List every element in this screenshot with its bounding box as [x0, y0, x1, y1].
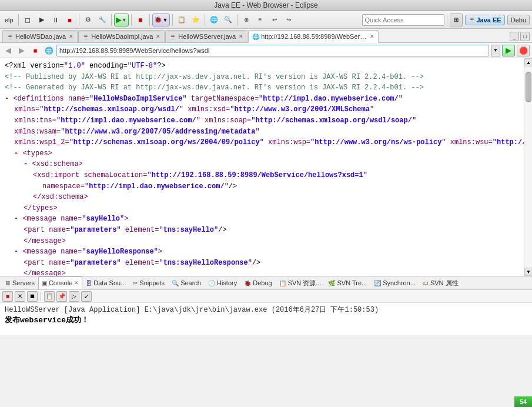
toolbar-btn-1[interactable]: ⚙	[82, 14, 95, 26]
tab1-close[interactable]: ✕	[156, 34, 160, 39]
console-clear-btn[interactable]: ✕	[15, 291, 25, 302]
scroll-thumb[interactable]	[526, 72, 531, 102]
tab1-icon: ☕	[82, 34, 89, 40]
scrollbar-y[interactable]: ▲ ▼	[524, 58, 532, 276]
file-tab-3[interactable]: 🌐 http://192.168.88.59:8989/WebService/h…	[248, 30, 379, 43]
help-menu[interactable]: elp	[2, 16, 16, 24]
bottom-tab-sync[interactable]: 🔄 Synchron...	[370, 276, 419, 289]
bottom-tab-data[interactable]: 🗄 Data Sou...	[82, 276, 129, 289]
xml-line-part2: <part name="parameters" element="tns:say…	[5, 258, 519, 269]
perspective-icon-btn[interactable]: ⊞	[450, 14, 463, 26]
title-text: Java EE - Web Browser - Eclipse	[214, 1, 318, 9]
toolbar-btn-9[interactable]: ≡	[254, 14, 267, 26]
url-bar[interactable]	[56, 45, 489, 56]
scroll-track	[524, 66, 532, 268]
editor-minimize-btn[interactable]: _	[510, 32, 519, 41]
toolbar-btn-stop[interactable]: ■	[63, 14, 76, 26]
console-btn4[interactable]: 📋	[44, 291, 55, 302]
xml-line-types1: - <types>	[5, 148, 519, 159]
toolbar-btn-5[interactable]: ⭐	[189, 14, 202, 26]
tab2-close[interactable]: ✕	[239, 34, 243, 39]
java-ee-label: Java EE	[477, 16, 501, 24]
quick-access-input[interactable]	[362, 14, 444, 26]
browser-toolbar: ◀ ▶ ■ 🌐 ▼ ▶ 🛑	[0, 43, 532, 58]
snippets-icon: ✂	[133, 280, 138, 286]
toolbar-sep7	[205, 14, 205, 26]
svn3-label: SVN 属性	[430, 279, 459, 288]
console-btn3[interactable]: ⏹	[27, 291, 38, 302]
tab3-label: http://192.168.88.59:8989/WebService/hel…	[261, 33, 367, 40]
bottom-tab-svn3[interactable]: 🏷 SVN 属性	[419, 276, 462, 289]
back-btn[interactable]: ◀	[2, 45, 14, 56]
toolbar-btn-11[interactable]: ↪	[282, 14, 295, 26]
run-green-btn[interactable]: ▶ ▼	[114, 14, 129, 26]
bottom-tab-svn2[interactable]: 🌿 SVN Tre...	[324, 276, 370, 289]
xml-line-pi: <?xml version="1.0" encoding="UTF-8"?>	[5, 61, 519, 72]
console-btn6[interactable]: ▷	[69, 291, 79, 302]
toolbar-btn-run[interactable]: ▶	[35, 14, 48, 26]
search-label: Search	[180, 279, 201, 286]
java-ee-icon: ☕	[469, 16, 476, 23]
toolbar-btn-4[interactable]: 📋	[175, 14, 188, 26]
debug-label: Debu	[511, 16, 526, 24]
bottom-tab-history[interactable]: 🕐 History	[205, 276, 240, 289]
debug-label: Debug	[253, 279, 272, 286]
toolbar-sep2	[79, 14, 79, 26]
tab3-close[interactable]: ✕	[370, 34, 374, 39]
bottom-tab-servers[interactable]: 🖥 Servers	[1, 276, 38, 289]
toolbar-btn-3[interactable]: ■	[134, 14, 147, 26]
toolbar-sep4	[131, 14, 132, 26]
xml-line-msg1-close: </message>	[5, 236, 519, 247]
history-label: History	[217, 279, 237, 286]
toolbar-btn-debug[interactable]: 🐞▼	[152, 14, 170, 26]
forward-btn[interactable]: ▶	[16, 45, 28, 56]
xml-line-msg2-close: </message>	[5, 268, 519, 276]
bottom-tab-svn1[interactable]: 📋 SVN 资源...	[276, 276, 325, 289]
svn1-label: SVN 资源...	[288, 279, 322, 288]
tab0-label: HelloWSDao.java	[15, 33, 66, 40]
file-tab-0[interactable]: ☕ HelloWSDao.java ✕	[2, 30, 78, 42]
console-btn5[interactable]: 📌	[56, 291, 67, 302]
history-icon: 🕐	[208, 280, 215, 286]
xml-line-import: <xsd:import schemaLocation="http://192.1…	[5, 170, 519, 181]
bottom-tab-debug[interactable]: 🐞 Debug	[240, 276, 275, 289]
bottom-console: HelloWSServer [Java Application] E:\java…	[0, 303, 532, 335]
data-label: Data Sou...	[93, 279, 126, 286]
status-bar: 54	[514, 396, 532, 407]
scroll-down-btn[interactable]: ▼	[524, 268, 532, 276]
quick-access-area: ⊞ ☕ Java EE Debu	[362, 14, 530, 26]
console-btn7[interactable]: ↙	[81, 291, 92, 302]
console-close[interactable]: ✕	[74, 280, 79, 286]
file-tab-2[interactable]: ☕ HelloWSServer.java ✕	[165, 30, 247, 42]
scroll-up-btn[interactable]: ▲	[524, 58, 532, 66]
java-ee-perspective-btn[interactable]: ☕ Java EE	[465, 15, 505, 25]
toolbar-btn-pause[interactable]: ⏸	[49, 14, 62, 26]
url-dropdown-btn[interactable]: ▼	[491, 45, 500, 56]
bottom-tab-console[interactable]: ▣ Console ✕	[38, 276, 82, 289]
xml-editor[interactable]: <?xml version="1.0" encoding="UTF-8"?> <…	[0, 58, 524, 276]
svn2-icon: 🌿	[328, 280, 335, 286]
editor-maximize-btn[interactable]: □	[520, 32, 530, 41]
toolbar-btn-7[interactable]: 🔍	[222, 14, 235, 26]
go-btn[interactable]: ▶	[502, 45, 515, 56]
servers-icon: 🖥	[5, 280, 11, 286]
toolbar-btn-6[interactable]: 🌐	[208, 14, 220, 26]
console-stop-btn[interactable]: ■	[2, 291, 13, 302]
stop-btn[interactable]: ■	[29, 45, 41, 56]
xml-line-schema-close: </xsd:schema>	[5, 192, 519, 203]
bottom-tab-snippets[interactable]: ✂ Snippets	[129, 276, 168, 289]
browser-stop-btn2[interactable]: 🛑	[517, 45, 530, 56]
tab2-icon: ☕	[169, 34, 176, 40]
toolbar-btn-2[interactable]: 🔧	[96, 14, 109, 26]
file-tab-1[interactable]: ☕ HelloWsDaoImpl.java ✕	[78, 30, 165, 42]
console-icon: ▣	[42, 280, 47, 286]
toolbar-btn-10[interactable]: ↩	[268, 14, 281, 26]
bottom-tabs-bar: 🖥 Servers ▣ Console ✕ 🗄 Data Sou... ✂ Sn…	[0, 276, 532, 290]
tab0-icon: ☕	[6, 34, 14, 40]
toolbar-btn-new[interactable]: ◻	[21, 14, 34, 26]
xml-line-msg2: - <message name="sayHelloResponse">	[5, 246, 519, 258]
tab0-close[interactable]: ✕	[69, 34, 73, 39]
toolbar-btn-8[interactable]: ⊕	[240, 14, 253, 26]
debug-perspective-btn[interactable]: Debu	[507, 15, 530, 25]
bottom-tab-search[interactable]: 🔍 Search	[168, 276, 205, 289]
